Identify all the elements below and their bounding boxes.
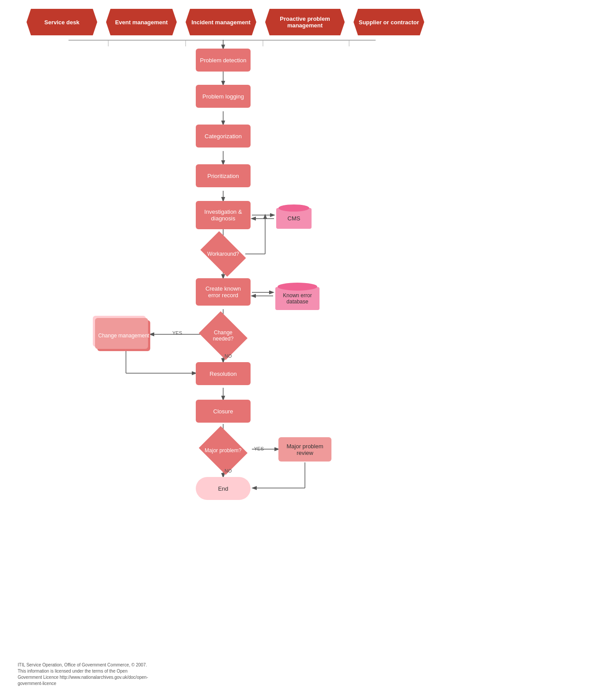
swimlane-supplier: Supplier or contractor	[354, 9, 424, 35]
known-error-db-cylinder: Known error database	[273, 282, 322, 310]
change-needed-diamond: Change needed?	[199, 311, 247, 360]
categorization-box: Categorization	[196, 125, 251, 148]
problem-detection-box: Problem detection	[196, 49, 251, 72]
create-known-error-box: Create known error record	[196, 278, 251, 306]
problem-logging-box: Problem logging	[196, 85, 251, 108]
swimlane-proactive: Proactive problem management	[265, 9, 345, 35]
change-management-box: Change management	[97, 320, 150, 351]
closure-box: Closure	[196, 400, 251, 423]
major-problem-diamond: Major problem?	[199, 426, 247, 475]
swimlane-service: Service desk	[27, 9, 97, 35]
diagram-container: Service desk Event management Incident m…	[0, 0, 601, 700]
flowchart-lines	[0, 0, 601, 700]
yes-label-major: YES	[254, 446, 264, 451]
footer-text: ITIL Service Operation, Office of Govern…	[18, 662, 150, 687]
workaround-diamond: Workaround?	[200, 231, 246, 276]
yes-label-change: YES	[172, 330, 182, 336]
svg-rect-0	[68, 40, 376, 41]
major-review-box: Major problem review	[278, 437, 331, 462]
cms-cylinder: CMS	[274, 203, 314, 230]
prioritization-box: Prioritization	[196, 164, 251, 187]
investigation-box: Investigation & diagnosis	[196, 201, 251, 229]
no-label-change: NO	[224, 353, 232, 359]
resolution-box: Resolution	[196, 362, 251, 385]
end-box: End	[196, 477, 251, 500]
swimlane-incident: Incident management	[186, 9, 256, 35]
swimlane-event: Event management	[106, 9, 177, 35]
no-label-major: NO	[224, 468, 232, 473]
